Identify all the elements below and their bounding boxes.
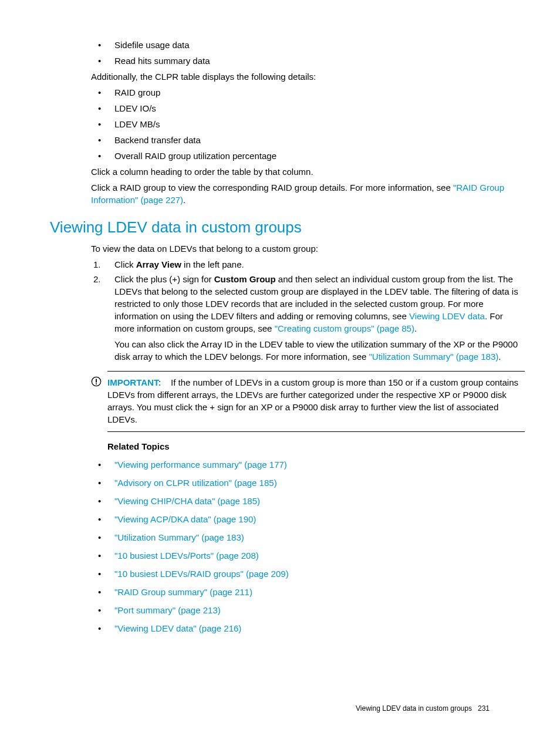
step-number: 2. — [93, 273, 101, 285]
important-label: IMPORTANT: — [107, 377, 161, 387]
related-link[interactable]: "10 busiest LDEVs/RAID groups" (page 209… — [114, 569, 289, 579]
list-item: "RAID Group summary" (page 211) — [91, 586, 525, 598]
step-item: 2. Click the plus (+) sign for Custom Gr… — [91, 273, 525, 335]
related-link[interactable]: "Viewing performance summary" (page 177) — [114, 460, 287, 470]
section-body: To view the data on LDEVs that belong to… — [91, 242, 525, 634]
list-item: "Viewing LDEV data" (page 216) — [91, 622, 525, 634]
list-item: Backend transfer data — [91, 134, 525, 146]
text-fragment: . — [183, 195, 185, 205]
list-item: "Port summary" (page 213) — [91, 604, 525, 616]
list-item: "Viewing ACP/DKA data" (page 190) — [91, 513, 525, 525]
list-item: "10 busiest LDEVs/Ports" (page 208) — [91, 549, 525, 562]
svg-rect-2 — [96, 384, 97, 385]
list-item: LDEV IO/s — [91, 102, 525, 114]
important-text: IMPORTANT: If the number of LDEVs in a c… — [107, 376, 525, 426]
related-link[interactable]: "Viewing ACP/DKA data" (page 190) — [114, 514, 256, 524]
step-number: 1. — [93, 258, 101, 271]
top-bullet-list: Sidefile usage data Read hits summary da… — [91, 39, 525, 67]
list-item: LDEV MB/s — [91, 118, 525, 130]
related-topics-heading: Related Topics — [107, 440, 525, 453]
steps-list: 1. Click Array View in the left pane. 2.… — [91, 258, 525, 335]
important-icon — [91, 376, 102, 387]
related-link[interactable]: "Utilization Summary" (page 183) — [114, 532, 244, 542]
footer-page-number: 231 — [478, 704, 490, 713]
text-fragment: . — [498, 352, 501, 362]
text-fragment: Click a RAID group to view the correspon… — [91, 183, 453, 193]
array-view-label: Array View — [136, 259, 181, 269]
details-bullet-list: RAID group LDEV IO/s LDEV MB/s Backend t… — [91, 86, 525, 162]
text-fragment: . — [414, 323, 417, 333]
text-fragment: in the left pane. — [181, 259, 244, 269]
text-fragment: Click — [114, 259, 136, 269]
related-link[interactable]: "Advisory on CLPR utilization" (page 185… — [114, 478, 277, 488]
list-item: "Utilization Summary" (page 183) — [91, 531, 525, 544]
list-item: "Viewing performance summary" (page 177) — [91, 458, 525, 471]
utilization-summary-link[interactable]: "Utilization Summary" (page 183) — [369, 352, 499, 362]
svg-rect-1 — [96, 379, 97, 383]
step-item: 1. Click Array View in the left pane. — [91, 258, 525, 271]
list-item: Overall RAID group utilization percentag… — [91, 150, 525, 162]
footer-title: Viewing LDEV data in custom groups — [356, 704, 472, 713]
step-sub-paragraph: You can also click the Array ID in the L… — [114, 338, 525, 363]
related-link[interactable]: "10 busiest LDEVs/Ports" (page 208) — [114, 551, 259, 561]
additional-intro-text: Additionally, the CLPR table displays th… — [91, 70, 525, 83]
viewing-ldev-data-link[interactable]: Viewing LDEV data — [409, 311, 485, 321]
related-link[interactable]: "Port summary" (page 213) — [114, 605, 221, 615]
related-link[interactable]: "RAID Group summary" (page 211) — [114, 587, 252, 597]
important-body: If the number of LDEVs in a custom group… — [107, 377, 518, 424]
page-footer: Viewing LDEV data in custom groups 231 — [356, 704, 490, 714]
related-topics-list: "Viewing performance summary" (page 177)… — [91, 458, 525, 634]
creating-custom-groups-link[interactable]: "Creating custom groups" (page 85) — [275, 323, 414, 333]
list-item: Sidefile usage data — [91, 39, 525, 51]
related-link[interactable]: "Viewing LDEV data" (page 216) — [114, 623, 241, 633]
list-item: "10 busiest LDEVs/RAID groups" (page 209… — [91, 568, 525, 580]
important-note: IMPORTANT: If the number of LDEVs in a c… — [107, 371, 525, 432]
click-raid-paragraph: Click a RAID group to view the correspon… — [91, 181, 525, 206]
list-item: RAID group — [91, 86, 525, 99]
list-item: "Viewing CHIP/CHA data" (page 185) — [91, 495, 525, 507]
section-heading: Viewing LDEV data in custom groups — [50, 217, 525, 238]
related-link[interactable]: "Viewing CHIP/CHA data" (page 185) — [114, 496, 260, 506]
content-area: Sidefile usage data Read hits summary da… — [91, 39, 525, 206]
click-column-text: Click a column heading to order the tabl… — [91, 166, 525, 178]
custom-group-label: Custom Group — [214, 274, 276, 284]
list-item: Read hits summary data — [91, 55, 525, 67]
intro-line: To view the data on LDEVs that belong to… — [91, 242, 525, 255]
text-fragment: Click the plus (+) sign for — [114, 274, 214, 284]
list-item: "Advisory on CLPR utilization" (page 185… — [91, 477, 525, 489]
